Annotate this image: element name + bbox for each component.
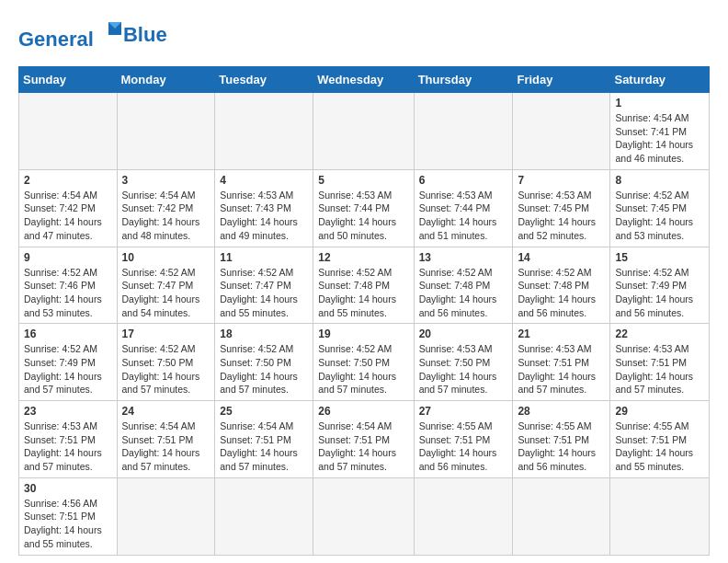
day-info: Sunrise: 4:55 AMSunset: 7:51 PMDaylight:… xyxy=(615,419,704,474)
calendar-week-1: 1Sunrise: 4:54 AMSunset: 7:41 PMDaylight… xyxy=(19,93,710,170)
sunset-label: Sunset: 7:51 PM xyxy=(24,434,96,445)
logo-blue-text: Blue xyxy=(123,23,167,47)
sunrise-label: Sunrise: 4:52 AM xyxy=(518,267,591,278)
calendar-cell: 19Sunrise: 4:52 AMSunset: 7:50 PMDayligh… xyxy=(313,324,414,401)
sunset-label: Sunset: 7:47 PM xyxy=(122,280,194,291)
day-info: Sunrise: 4:55 AMSunset: 7:51 PMDaylight:… xyxy=(518,419,605,474)
sunset-label: Sunset: 7:49 PM xyxy=(615,280,687,291)
calendar-cell: 10Sunrise: 4:52 AMSunset: 7:47 PMDayligh… xyxy=(117,247,215,324)
day-info: Sunrise: 4:52 AMSunset: 7:45 PMDaylight:… xyxy=(615,189,704,243)
logo-icon xyxy=(96,18,123,46)
weekday-header-tuesday: Tuesday xyxy=(215,67,313,93)
sunset-label: Sunset: 7:49 PM xyxy=(24,357,96,368)
page-header: General Blue xyxy=(18,18,710,52)
day-number: 27 xyxy=(419,405,508,418)
sunrise-label: Sunrise: 4:55 AM xyxy=(419,420,493,431)
calendar-week-6: 30Sunrise: 4:56 AMSunset: 7:51 PMDayligh… xyxy=(19,477,710,555)
daylight-label: Daylight: 14 hours and 56 minutes. xyxy=(419,447,497,472)
day-number: 16 xyxy=(24,327,112,340)
weekday-header-thursday: Thursday xyxy=(414,67,513,93)
sunrise-label: Sunrise: 4:52 AM xyxy=(419,267,493,278)
day-info: Sunrise: 4:52 AMSunset: 7:50 PMDaylight:… xyxy=(318,342,408,396)
calendar-week-2: 2Sunrise: 4:54 AMSunset: 7:42 PMDaylight… xyxy=(19,169,710,247)
calendar-cell: 16Sunrise: 4:52 AMSunset: 7:49 PMDayligh… xyxy=(19,324,118,401)
daylight-label: Daylight: 14 hours and 57 minutes. xyxy=(419,371,497,396)
sunrise-label: Sunrise: 4:54 AM xyxy=(24,190,97,201)
daylight-label: Daylight: 14 hours and 56 minutes. xyxy=(615,293,693,318)
sunset-label: Sunset: 7:51 PM xyxy=(24,511,96,522)
calendar-cell: 30Sunrise: 4:56 AMSunset: 7:51 PMDayligh… xyxy=(19,477,118,555)
calendar-cell xyxy=(215,477,313,555)
daylight-label: Daylight: 14 hours and 53 minutes. xyxy=(24,293,102,318)
calendar-cell: 22Sunrise: 4:53 AMSunset: 7:51 PMDayligh… xyxy=(610,324,710,401)
sunrise-label: Sunrise: 4:56 AM xyxy=(24,498,97,509)
calendar-cell: 29Sunrise: 4:55 AMSunset: 7:51 PMDayligh… xyxy=(610,401,710,478)
calendar-week-3: 9Sunrise: 4:52 AMSunset: 7:46 PMDaylight… xyxy=(19,247,710,324)
sunrise-label: Sunrise: 4:55 AM xyxy=(518,420,591,431)
sunrise-label: Sunrise: 4:53 AM xyxy=(518,190,591,201)
sunset-label: Sunset: 7:48 PM xyxy=(419,280,491,291)
day-info: Sunrise: 4:54 AMSunset: 7:51 PMDaylight:… xyxy=(220,419,308,474)
day-number: 21 xyxy=(518,327,605,340)
day-info: Sunrise: 4:53 AMSunset: 7:43 PMDaylight:… xyxy=(220,189,308,243)
sunset-label: Sunset: 7:41 PM xyxy=(615,126,687,137)
calendar-week-4: 16Sunrise: 4:52 AMSunset: 7:49 PMDayligh… xyxy=(19,324,710,401)
sunset-label: Sunset: 7:44 PM xyxy=(419,202,491,213)
sunset-label: Sunset: 7:50 PM xyxy=(419,357,491,368)
day-info: Sunrise: 4:54 AMSunset: 7:51 PMDaylight:… xyxy=(122,419,210,474)
daylight-label: Daylight: 14 hours and 53 minutes. xyxy=(615,216,693,241)
daylight-label: Daylight: 14 hours and 57 minutes. xyxy=(24,447,102,472)
logo-text: General xyxy=(18,18,123,52)
daylight-label: Daylight: 14 hours and 57 minutes. xyxy=(122,447,200,472)
sunrise-label: Sunrise: 4:54 AM xyxy=(122,420,196,431)
calendar-cell: 4Sunrise: 4:53 AMSunset: 7:43 PMDaylight… xyxy=(215,169,313,247)
sunrise-label: Sunrise: 4:52 AM xyxy=(220,343,293,354)
calendar-cell: 5Sunrise: 4:53 AMSunset: 7:44 PMDaylight… xyxy=(313,169,414,247)
daylight-label: Daylight: 14 hours and 57 minutes. xyxy=(220,371,298,396)
day-number: 10 xyxy=(122,251,210,264)
calendar-cell: 24Sunrise: 4:54 AMSunset: 7:51 PMDayligh… xyxy=(117,401,215,478)
day-info: Sunrise: 4:53 AMSunset: 7:51 PMDaylight:… xyxy=(24,419,112,474)
sunrise-label: Sunrise: 4:54 AM xyxy=(318,420,392,431)
daylight-label: Daylight: 14 hours and 56 minutes. xyxy=(518,293,596,318)
day-number: 4 xyxy=(220,174,308,187)
calendar-cell xyxy=(19,93,118,170)
day-number: 11 xyxy=(220,251,308,264)
day-number: 1 xyxy=(615,97,704,109)
day-info: Sunrise: 4:55 AMSunset: 7:51 PMDaylight:… xyxy=(419,419,508,474)
calendar-cell: 9Sunrise: 4:52 AMSunset: 7:46 PMDaylight… xyxy=(19,247,118,324)
daylight-label: Daylight: 14 hours and 56 minutes. xyxy=(419,293,497,318)
sunrise-label: Sunrise: 4:53 AM xyxy=(518,343,591,354)
weekday-header-monday: Monday xyxy=(117,67,215,93)
calendar-cell: 13Sunrise: 4:52 AMSunset: 7:48 PMDayligh… xyxy=(414,247,513,324)
day-info: Sunrise: 4:54 AMSunset: 7:42 PMDaylight:… xyxy=(24,189,112,243)
sunrise-label: Sunrise: 4:52 AM xyxy=(318,343,392,354)
day-number: 8 xyxy=(615,174,704,187)
sunset-label: Sunset: 7:50 PM xyxy=(220,357,291,368)
weekday-header-sunday: Sunday xyxy=(19,67,118,93)
daylight-label: Daylight: 14 hours and 57 minutes. xyxy=(122,371,200,396)
daylight-label: Daylight: 14 hours and 55 minutes. xyxy=(318,293,396,318)
day-info: Sunrise: 4:54 AMSunset: 7:42 PMDaylight:… xyxy=(122,189,210,243)
sunset-label: Sunset: 7:45 PM xyxy=(518,202,589,213)
day-info: Sunrise: 4:52 AMSunset: 7:47 PMDaylight:… xyxy=(220,266,308,320)
day-info: Sunrise: 4:52 AMSunset: 7:48 PMDaylight:… xyxy=(318,266,408,320)
daylight-label: Daylight: 14 hours and 55 minutes. xyxy=(220,293,298,318)
daylight-label: Daylight: 14 hours and 52 minutes. xyxy=(518,216,596,241)
calendar-cell: 7Sunrise: 4:53 AMSunset: 7:45 PMDaylight… xyxy=(513,169,610,247)
sunset-label: Sunset: 7:47 PM xyxy=(220,280,291,291)
daylight-label: Daylight: 14 hours and 49 minutes. xyxy=(220,216,298,241)
sunset-label: Sunset: 7:48 PM xyxy=(518,280,589,291)
day-info: Sunrise: 4:52 AMSunset: 7:50 PMDaylight:… xyxy=(122,342,210,396)
day-number: 18 xyxy=(220,327,308,340)
sunset-label: Sunset: 7:51 PM xyxy=(419,434,491,445)
calendar-table: SundayMondayTuesdayWednesdayThursdayFrid… xyxy=(18,66,710,556)
sunrise-label: Sunrise: 4:54 AM xyxy=(122,190,196,201)
weekday-header-saturday: Saturday xyxy=(610,67,710,93)
calendar-cell: 18Sunrise: 4:52 AMSunset: 7:50 PMDayligh… xyxy=(215,324,313,401)
daylight-label: Daylight: 14 hours and 57 minutes. xyxy=(518,371,596,396)
day-number: 3 xyxy=(122,174,210,187)
calendar-cell xyxy=(117,93,215,170)
sunset-label: Sunset: 7:48 PM xyxy=(318,280,390,291)
day-number: 28 xyxy=(518,405,605,418)
